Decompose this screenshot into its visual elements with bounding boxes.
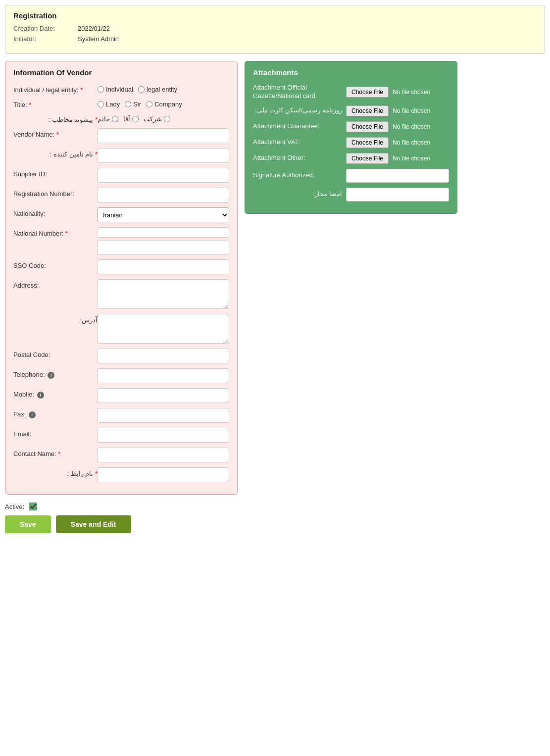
supplier-name-label: * نام تامین کننده :	[13, 148, 98, 158]
title-lady-option[interactable]: Lady	[98, 101, 120, 108]
active-row: Active:	[5, 503, 545, 510]
registration-number-row: Registration Number:	[13, 188, 229, 202]
choose-file-btn-3[interactable]: Choose File	[346, 137, 389, 148]
sso-code-row: SSO Code:	[13, 259, 229, 274]
salutation-khanom-radio[interactable]	[112, 116, 118, 122]
attach-row-0: Attachment Official Gazette/National car…	[253, 84, 449, 101]
entity-legal-radio[interactable]	[138, 86, 145, 93]
entity-row: Individual / legal entity: * Individual …	[13, 84, 229, 94]
choose-file-btn-1[interactable]: Choose File	[346, 105, 389, 116]
attachments-panel: Attachments Attachment Official Gazette/…	[245, 61, 457, 214]
signature-fa-input[interactable]	[346, 188, 449, 202]
no-file-text-2: No file chosen	[393, 123, 430, 130]
fax-input[interactable]	[98, 408, 229, 423]
mobile-info-icon[interactable]: i	[37, 392, 44, 399]
telephone-input[interactable]	[98, 368, 229, 383]
vendor-panel-title: Information Of Vendor	[13, 68, 229, 77]
title-row: Title: * Lady Sir Company	[13, 99, 229, 108]
address-textarea[interactable]	[98, 279, 229, 309]
entity-radio-group: Individual legal entity	[98, 84, 177, 93]
main-content: Information Of Vendor Individual / legal…	[5, 61, 545, 495]
contact-name-label: Contact Name: *	[13, 448, 98, 457]
attach-label-2: Attachment Guarantee:	[253, 122, 342, 131]
mobile-input[interactable]	[98, 388, 229, 403]
signature-label: Signature Authorized:	[253, 171, 342, 180]
postal-code-input[interactable]	[98, 349, 229, 363]
contact-name-row: Contact Name: *	[13, 448, 229, 462]
active-label: Active:	[5, 503, 24, 510]
title-company-radio[interactable]	[146, 101, 152, 107]
entity-individual-option[interactable]: Individual	[98, 86, 133, 93]
registration-header: Registration Creation Date: 2022/01/22 I…	[5, 5, 545, 54]
bottom-buttons: Save Save and Edit	[5, 515, 545, 533]
salutation-khanom-option[interactable]: خانم	[98, 115, 118, 123]
address-label: Address:	[13, 279, 98, 289]
national-number-extra-input[interactable]	[98, 241, 229, 254]
save-button[interactable]: Save	[5, 515, 51, 533]
contact-name-fa-input[interactable]	[98, 467, 229, 482]
title-lady-radio[interactable]	[98, 101, 104, 107]
sso-code-input[interactable]	[98, 259, 229, 274]
contact-name-input[interactable]	[98, 448, 229, 462]
creation-date-value: 2022/01/22	[78, 25, 110, 32]
nationality-select[interactable]: Iranian	[98, 207, 229, 222]
nationality-row: Nationality: Iranian	[13, 207, 229, 222]
vendor-name-input[interactable]	[98, 128, 229, 143]
signature-row: Signature Authorized:	[253, 169, 449, 183]
entity-individual-radio[interactable]	[98, 86, 104, 93]
registration-number-input[interactable]	[98, 188, 229, 202]
salutation-company-option[interactable]: شرکت	[144, 115, 170, 123]
sso-code-label: SSO Code:	[13, 259, 98, 269]
telephone-label: Telephone: i	[13, 368, 98, 379]
entity-legal-option[interactable]: legal entity	[138, 86, 177, 93]
supplier-id-label: Supplier ID:	[13, 168, 98, 178]
address-fa-textarea[interactable]	[98, 314, 229, 344]
choose-file-btn-4[interactable]: Choose File	[346, 153, 389, 164]
salutation-label: * پیشوند مخاطب :	[13, 113, 98, 123]
active-checkbox[interactable]	[29, 503, 37, 510]
signature-fa-label: امضا مجاز:	[253, 190, 342, 199]
salutation-row: * پیشوند مخاطب : شرکت آقا خانم	[13, 113, 229, 123]
address-row: Address:	[13, 279, 229, 309]
title-sir-option[interactable]: Sir	[125, 101, 141, 108]
signature-input[interactable]	[346, 169, 449, 183]
entity-label: Individual / legal entity: *	[13, 84, 98, 94]
salutation-agha-radio[interactable]	[132, 116, 139, 122]
telephone-info-icon[interactable]: i	[48, 372, 54, 379]
vendor-name-label: Vendor Name: *	[13, 128, 98, 138]
registration-title: Registration	[13, 11, 537, 20]
email-row: Email:	[13, 428, 229, 443]
attach-label-4: Attachment Other:	[253, 154, 342, 162]
attach-label-1: روزنامه رسمی/اسکن کارت ملی:	[253, 106, 342, 115]
supplier-name-row: * نام تامین کننده :	[13, 148, 229, 163]
title-sir-radio[interactable]	[125, 101, 131, 107]
telephone-row: Telephone: i	[13, 368, 229, 383]
supplier-name-input[interactable]	[98, 148, 229, 163]
attach-row-4: Attachment Other: Choose File No file ch…	[253, 153, 449, 164]
creation-date-label: Creation Date:	[13, 25, 78, 32]
contact-name-fa-row: * نام رابط :	[13, 467, 229, 482]
supplier-id-input[interactable]	[98, 168, 229, 183]
registration-number-label: Registration Number:	[13, 188, 98, 198]
choose-file-btn-2[interactable]: Choose File	[346, 121, 389, 132]
choose-file-btn-0[interactable]: Choose File	[346, 87, 389, 98]
title-radio-group: Lady Sir Company	[98, 99, 182, 108]
attach-row-1: روزنامه رسمی/اسکن کارت ملی: Choose File …	[253, 105, 449, 116]
salutation-company-radio[interactable]	[164, 116, 170, 122]
signature-fa-row: امضا مجاز:	[253, 188, 449, 202]
vendor-panel: Information Of Vendor Individual / legal…	[5, 61, 238, 495]
fax-info-icon[interactable]: i	[29, 411, 36, 418]
national-number-input[interactable]	[98, 227, 229, 238]
save-and-edit-button[interactable]: Save and Edit	[56, 515, 131, 533]
national-number-label: National Number: *	[13, 227, 98, 237]
title-company-option[interactable]: Company	[146, 101, 182, 108]
postal-code-row: Postal Code:	[13, 349, 229, 363]
vendor-name-row: Vendor Name: *	[13, 128, 229, 143]
no-file-text-4: No file chosen	[393, 155, 430, 162]
attach-label-3: Attachment VAT:	[253, 138, 342, 147]
salutation-agha-option[interactable]: آقا	[123, 115, 139, 123]
national-number-wrapper	[98, 227, 229, 254]
email-input[interactable]	[98, 428, 229, 443]
postal-code-label: Postal Code:	[13, 349, 98, 358]
salutation-radio-group: شرکت آقا خانم	[98, 113, 170, 123]
